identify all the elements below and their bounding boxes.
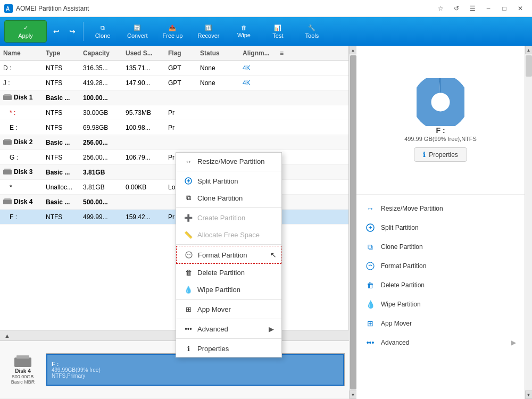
properties-button[interactable]: ℹ Properties xyxy=(414,147,467,162)
tools-button[interactable]: 🔧 Tools xyxy=(296,20,328,43)
cm-wipe[interactable]: 💧 Wipe Partition xyxy=(176,281,281,298)
table-row[interactable]: * : NTFS 30.00GB 95.73MB Pr xyxy=(0,105,348,120)
rp-format[interactable]: Format Partition xyxy=(356,256,525,276)
cm-resize[interactable]: ↔ Resize/Move Partition xyxy=(176,153,281,170)
disk-thumb: Disk 4 500.00GB Basic MBR xyxy=(4,355,41,385)
col-header-status: Status xyxy=(197,49,239,57)
right-panel: F : 499.99 GB(99% free),NTFS ℹ Propertie… xyxy=(356,46,532,399)
row-used: 135.71... xyxy=(122,64,165,72)
rp-split[interactable]: Split Partition xyxy=(356,218,525,237)
maximize-button[interactable]: □ xyxy=(497,3,512,14)
table-row-disk[interactable]: Disk 2 Basic ... 256.00... xyxy=(0,135,348,150)
apply-button[interactable]: ✓ Apply xyxy=(4,20,47,43)
clone-part-icon: ⧉ xyxy=(184,193,193,203)
row-used: 159.42... xyxy=(122,213,165,221)
rp-appmover[interactable]: ⊞ App Mover xyxy=(356,314,525,333)
undo-redo-group: ↩ ↪ xyxy=(49,24,80,39)
star-button[interactable]: ☆ xyxy=(433,3,448,14)
menu-button[interactable]: ☰ xyxy=(465,3,480,14)
cm-format[interactable]: Format Partition ↖ xyxy=(176,246,281,264)
svg-rect-8 xyxy=(3,200,12,204)
table-row[interactable]: * Unalloc... 3.81GB 0.00KB Lo xyxy=(0,180,348,195)
clone-button[interactable]: ⧉ Clone xyxy=(87,20,119,43)
scrollbar-collapse-icon[interactable]: ▲ xyxy=(4,332,10,339)
apply-label: Apply xyxy=(18,32,33,39)
refresh-button[interactable]: ↺ xyxy=(449,3,464,14)
right-scroll-thumb[interactable] xyxy=(526,55,532,77)
advanced-arrow-icon: ▶ xyxy=(269,325,274,333)
cm-properties[interactable]: ℹ Properties xyxy=(176,340,281,357)
rp-appmover-icon: ⊞ xyxy=(365,318,376,329)
rp-split-icon xyxy=(365,222,376,233)
convert-button[interactable]: 🔄 Convert xyxy=(121,20,154,43)
table-row-selected[interactable]: F : NTFS 499.99... 159.42... Pr xyxy=(0,210,348,225)
recover-button[interactable]: 🔃 Recover xyxy=(191,20,226,43)
cm-split[interactable]: Split Partition xyxy=(176,172,281,189)
cm-separator xyxy=(176,244,281,245)
rp-advanced-label: Advanced xyxy=(381,339,506,346)
disk-icon xyxy=(3,94,12,101)
left-scrollbar[interactable]: ▲ ▼ xyxy=(349,46,356,399)
right-scrollbar[interactable]: ▲ ▼ xyxy=(525,46,532,399)
table-row-disk[interactable]: Disk 4 Basic ... 500.00... xyxy=(0,195,348,210)
table-row[interactable]: J : NTFS 419.28... 147.90... GPT None 4K xyxy=(0,76,348,90)
right-scroll-down[interactable]: ▼ xyxy=(525,390,533,399)
test-button[interactable]: 📊 Test xyxy=(262,20,294,43)
cm-create: ➕ Create Partition xyxy=(176,209,281,226)
close-button[interactable]: ✕ xyxy=(513,3,528,14)
row-name: D : xyxy=(0,64,43,72)
row-type: Basic ... xyxy=(43,139,80,146)
right-scroll-up[interactable]: ▲ xyxy=(525,46,533,54)
right-panel-top: F : 499.99 GB(99% free),NTFS ℹ Propertie… xyxy=(356,46,525,195)
rp-advanced[interactable]: ••• Advanced ▶ xyxy=(356,333,525,352)
scroll-up-arrow[interactable]: ▲ xyxy=(350,46,357,54)
titlebar: A AOMEI Partition Assistant ☆ ↺ ☰ – □ ✕ xyxy=(0,0,532,17)
rp-delete[interactable]: 🗑 Delete Partition xyxy=(356,276,525,295)
col-header-align: Alignm... xyxy=(239,49,277,57)
row-type: NTFS xyxy=(43,79,80,87)
cm-allocate: 📏 Allocate Free Space xyxy=(176,226,281,243)
scroll-down-arrow[interactable]: ▼ xyxy=(350,390,357,399)
cm-appmover[interactable]: ⊞ App Mover xyxy=(176,301,281,318)
redo-button[interactable]: ↪ xyxy=(65,24,80,39)
info-icon: ℹ xyxy=(423,151,426,159)
table-row[interactable]: E : NTFS 69.98GB 100.98... Pr xyxy=(0,120,348,135)
minimize-button[interactable]: – xyxy=(481,3,496,14)
row-cap: 256.00... xyxy=(80,139,122,146)
cm-clone[interactable]: ⧉ Clone Partition xyxy=(176,189,281,206)
svg-text:A: A xyxy=(6,6,10,12)
row-align: 4K xyxy=(239,79,277,87)
wipe-button[interactable]: 🗑 Wipe xyxy=(228,20,260,43)
table-row[interactable]: D : NTFS 316.35... 135.71... GPT None 4K xyxy=(0,61,348,76)
cm-separator xyxy=(176,299,281,300)
rp-resize[interactable]: ↔ Resize/Move Partition xyxy=(356,199,525,218)
row-flag: Pr xyxy=(165,124,197,131)
rp-clone[interactable]: ⧉ Clone Partition xyxy=(356,237,525,256)
undo-button[interactable]: ↩ xyxy=(49,24,64,39)
disk-visual-bar: F : 499.99GB(99% free) NTFS,Primary xyxy=(46,353,345,386)
cm-delete-label: Delete Partition xyxy=(197,269,245,277)
table-row-disk[interactable]: Disk 3 Basic ... 3.81GB xyxy=(0,165,348,180)
left-panel: Name Type Capacity Used S... Flag Status… xyxy=(0,46,349,330)
cm-delete[interactable]: 🗑 Delete Partition xyxy=(176,264,281,281)
f-label: F : xyxy=(52,361,339,367)
cm-advanced[interactable]: ••• Advanced ▶ xyxy=(176,320,281,337)
row-cap: 3.81GB xyxy=(80,184,122,191)
scroll-thumb[interactable] xyxy=(350,55,356,389)
table-row-disk[interactable]: Disk 1 Basic ... 100.00... xyxy=(0,90,348,105)
rp-wipe[interactable]: 💧 Wipe Partition xyxy=(356,295,525,314)
f-partition-visual[interactable]: F : 499.99GB(99% free) NTFS,Primary xyxy=(46,354,344,386)
row-type: Basic ... xyxy=(43,94,80,102)
rp-resize-label: Resize/Move Partition xyxy=(381,205,516,212)
row-type: NTFS xyxy=(43,124,80,131)
rp-advanced-arrow-icon: ▶ xyxy=(511,339,516,346)
row-used: 95.73MB xyxy=(122,109,165,117)
svg-point-11 xyxy=(186,252,192,258)
row-name: F : xyxy=(0,213,43,221)
row-name: * xyxy=(0,184,43,191)
disk-icon xyxy=(3,139,12,145)
disk4-label: Disk 4 xyxy=(15,368,30,374)
freeup-button[interactable]: 📤 Free up xyxy=(156,20,189,43)
window-controls: ☆ ↺ ☰ – □ ✕ xyxy=(433,3,528,14)
table-row[interactable]: G : NTFS 256.00... 106.79... Pr xyxy=(0,150,348,165)
